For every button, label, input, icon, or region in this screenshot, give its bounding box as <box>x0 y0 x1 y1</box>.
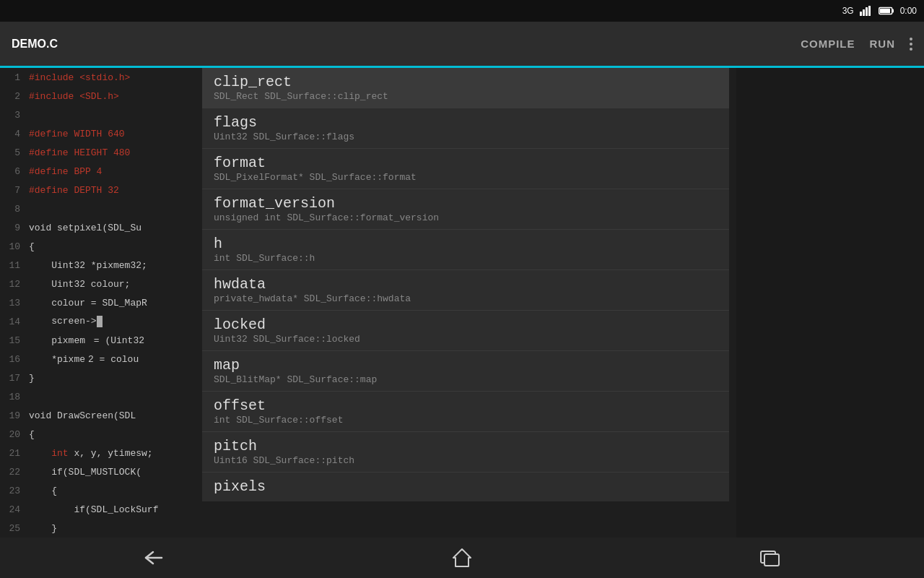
autocomplete-item-detail: SDL_BlitMap* SDL_Surface::map <box>214 374 718 385</box>
autocomplete-item-detail: unsigned int SDL_Surface::format_version <box>214 212 718 223</box>
autocomplete-item-detail: private_hwdata* SDL_Surface::hwdata <box>214 293 718 304</box>
autocomplete-item[interactable]: h int SDL_Surface::h <box>202 230 729 270</box>
autocomplete-item-detail: int SDL_Surface::h <box>214 253 718 264</box>
svg-rect-6 <box>880 9 890 13</box>
svg-rect-1 <box>863 9 865 16</box>
autocomplete-item[interactable]: clip_rect SDL_Rect SDL_Surface::clip_rec… <box>202 68 729 108</box>
autocomplete-item[interactable]: format_version unsigned int SDL_Surface:… <box>202 189 729 230</box>
autocomplete-item-name: locked <box>214 316 718 333</box>
navigation-bar <box>0 538 924 578</box>
home-button[interactable] <box>440 543 484 572</box>
compile-button[interactable]: COMPILE <box>801 38 855 50</box>
autocomplete-dropdown[interactable]: clip_rect SDL_Rect SDL_Surface::clip_rec… <box>202 68 729 501</box>
recent-apps-icon <box>759 548 781 567</box>
right-panel <box>736 68 924 538</box>
dot3 <box>910 48 912 51</box>
autocomplete-item-name: clip_rect <box>214 74 718 90</box>
autocomplete-item-name: pixels <box>214 478 718 495</box>
time-display: 0:00 <box>900 6 917 16</box>
svg-rect-5 <box>892 9 894 13</box>
back-button[interactable] <box>132 543 175 572</box>
signal-icon <box>860 6 873 16</box>
toolbar: DEMO.C COMPILE RUN <box>0 22 924 68</box>
autocomplete-item-name: offset <box>214 397 718 414</box>
svg-rect-2 <box>866 7 868 16</box>
autocomplete-item[interactable]: map SDL_BlitMap* SDL_Surface::map <box>202 351 729 392</box>
autocomplete-item[interactable]: pixels <box>202 473 729 501</box>
autocomplete-item[interactable]: flags Uint32 SDL_Surface::flags <box>202 108 729 149</box>
home-icon <box>452 548 472 568</box>
autocomplete-item-name: h <box>214 236 718 252</box>
code-line: 24 if(SDL_LockSurf <box>0 500 736 519</box>
autocomplete-item-detail: int SDL_Surface::offset <box>214 415 718 426</box>
main-content: 1 #include <stdio.h> 2 #include <SDL.h> … <box>0 68 924 538</box>
run-button[interactable]: RUN <box>870 38 896 50</box>
autocomplete-item-name: format <box>214 155 718 171</box>
autocomplete-item-name: format_version <box>214 195 718 212</box>
autocomplete-item-name: pitch <box>214 438 718 454</box>
autocomplete-item[interactable]: format SDL_PixelFormat* SDL_Surface::for… <box>202 149 729 189</box>
back-icon <box>143 549 165 566</box>
autocomplete-item[interactable]: hwdata private_hwdata* SDL_Surface::hwda… <box>202 270 729 311</box>
more-options-button[interactable] <box>910 33 912 55</box>
autocomplete-item[interactable]: offset int SDL_Surface::offset <box>202 392 729 432</box>
toolbar-actions: COMPILE RUN <box>801 33 912 55</box>
code-line: 25 } <box>0 519 736 538</box>
file-title: DEMO.C <box>12 38 801 51</box>
autocomplete-item-name: hwdata <box>214 276 718 293</box>
autocomplete-item-detail: Uint32 SDL_Surface::locked <box>214 334 718 345</box>
svg-rect-0 <box>860 12 862 16</box>
autocomplete-item-detail: Uint32 SDL_Surface::flags <box>214 131 718 142</box>
autocomplete-item-detail: Uint16 SDL_Surface::pitch <box>214 455 718 466</box>
svg-rect-10 <box>764 554 779 566</box>
status-bar: 3G 0:00 <box>0 0 924 22</box>
autocomplete-item[interactable]: locked Uint32 SDL_Surface::locked <box>202 311 729 351</box>
signal-indicator: 3G <box>842 6 854 16</box>
svg-rect-3 <box>868 6 871 16</box>
code-editor[interactable]: 1 #include <stdio.h> 2 #include <SDL.h> … <box>0 68 736 538</box>
autocomplete-item-detail: SDL_Rect SDL_Surface::clip_rect <box>214 91 718 102</box>
battery-icon <box>879 7 894 15</box>
dot1 <box>910 38 912 40</box>
autocomplete-item-name: flags <box>214 114 718 131</box>
autocomplete-item[interactable]: pitch Uint16 SDL_Surface::pitch <box>202 432 729 473</box>
svg-marker-8 <box>453 549 471 566</box>
autocomplete-item-detail: SDL_PixelFormat* SDL_Surface::format <box>214 172 718 183</box>
recent-apps-button[interactable] <box>749 543 792 572</box>
dot2 <box>910 43 912 46</box>
autocomplete-item-name: map <box>214 357 718 374</box>
